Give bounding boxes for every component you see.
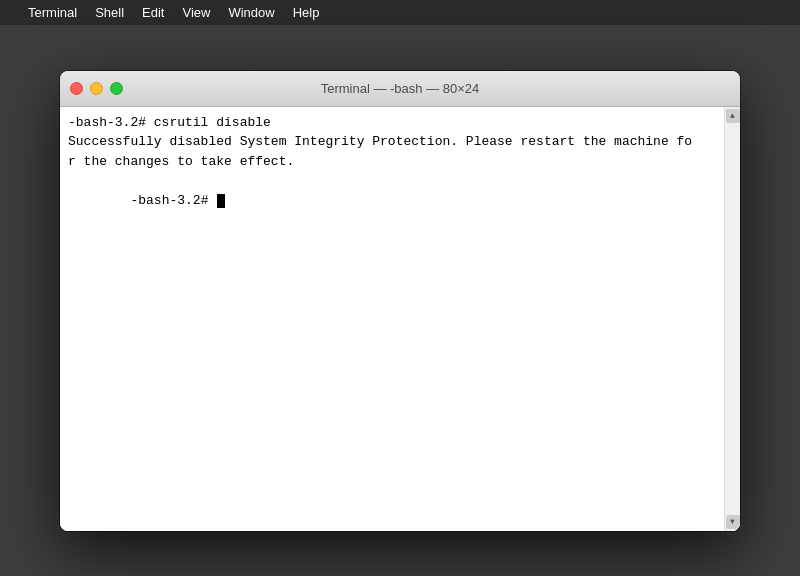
close-button[interactable] bbox=[70, 82, 83, 95]
maximize-button[interactable] bbox=[110, 82, 123, 95]
scrollbar-up-button[interactable]: ▲ bbox=[726, 109, 740, 123]
desktop: Terminal — -bash — 80×24 -bash-3.2# csru… bbox=[0, 25, 800, 576]
terminal-window: Terminal — -bash — 80×24 -bash-3.2# csru… bbox=[60, 71, 740, 531]
scrollbar-down-button[interactable]: ▼ bbox=[726, 515, 740, 529]
menu-shell[interactable]: Shell bbox=[87, 3, 132, 22]
terminal-content[interactable]: -bash-3.2# csrutil disable Successfully … bbox=[60, 107, 740, 531]
cursor bbox=[217, 194, 225, 208]
minimize-button[interactable] bbox=[90, 82, 103, 95]
terminal-line-3: r the changes to take effect. bbox=[68, 152, 732, 172]
menu-help[interactable]: Help bbox=[285, 3, 328, 22]
traffic-lights bbox=[70, 82, 123, 95]
menu-view[interactable]: View bbox=[174, 3, 218, 22]
terminal-line-4: -bash-3.2# bbox=[68, 171, 732, 230]
scrollbar[interactable]: ▲ ▼ bbox=[724, 107, 740, 531]
titlebar: Terminal — -bash — 80×24 bbox=[60, 71, 740, 107]
menu-edit[interactable]: Edit bbox=[134, 3, 172, 22]
terminal-line-1: -bash-3.2# csrutil disable bbox=[68, 113, 732, 133]
menu-terminal[interactable]: Terminal bbox=[20, 3, 85, 22]
terminal-line-2: Successfully disabled System Integrity P… bbox=[68, 132, 732, 152]
menu-window[interactable]: Window bbox=[220, 3, 282, 22]
window-title: Terminal — -bash — 80×24 bbox=[321, 81, 480, 96]
menu-items: Terminal Shell Edit View Window Help bbox=[20, 3, 327, 22]
menubar: Terminal Shell Edit View Window Help bbox=[0, 0, 800, 25]
